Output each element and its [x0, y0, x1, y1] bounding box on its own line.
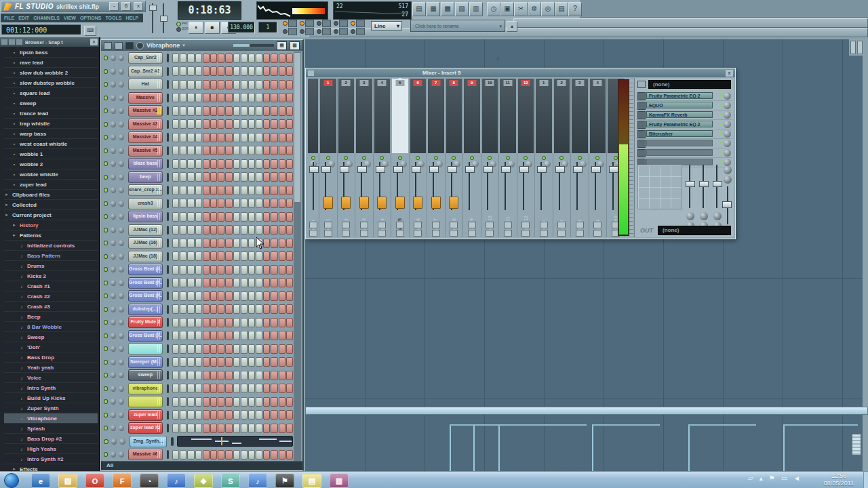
fx-slot-select-button[interactable] [637, 92, 646, 100]
snap-toggle-4[interactable] [334, 20, 349, 26]
rack-swing-icon[interactable] [125, 42, 134, 49]
step-7[interactable] [218, 291, 224, 301]
browser-item-sweep[interactable]: ▪sweep [4, 98, 98, 108]
fx-slot-enable-led[interactable] [719, 94, 722, 97]
step-8[interactable] [225, 424, 232, 433]
hint-combo[interactable]: Click here to rename▾ [410, 20, 505, 32]
step-12[interactable] [256, 106, 262, 116]
browser-item-west-coast-whistle[interactable]: ▪west coast whistle [4, 139, 98, 149]
step-16[interactable] [286, 186, 293, 195]
step-12[interactable] [256, 93, 262, 102]
step-15[interactable] [279, 146, 285, 155]
track-mute-led[interactable] [595, 156, 599, 160]
channel-enable-led[interactable] [104, 281, 108, 285]
step-3[interactable] [187, 93, 194, 102]
step-3[interactable] [187, 450, 194, 460]
mixer-track-insert-4[interactable]: 4Insert 4 [374, 78, 392, 237]
step-6[interactable] [210, 93, 217, 102]
mixer-track-send-1[interactable]: 1Send 1 [535, 78, 553, 237]
menu-options[interactable]: OPTIONS [80, 16, 102, 20]
step-1[interactable] [172, 384, 179, 393]
step-16[interactable] [286, 66, 293, 76]
step-12[interactable] [256, 54, 262, 63]
channel-enable-led[interactable] [104, 373, 108, 378]
step-14[interactable] [271, 199, 277, 208]
step-2[interactable] [180, 146, 186, 155]
internet-explorer-icon[interactable]: e [31, 474, 50, 488]
step-1[interactable] [172, 291, 179, 301]
track-mute-led[interactable] [434, 156, 438, 160]
step-16[interactable] [286, 371, 293, 380]
step-6[interactable] [210, 172, 217, 182]
step-11[interactable] [248, 265, 255, 274]
snap-toggle-7[interactable] [300, 28, 315, 35]
step-1[interactable] [172, 212, 179, 222]
track-link-button[interactable] [593, 230, 601, 237]
step-7[interactable] [218, 251, 224, 261]
track-fader[interactable] [537, 166, 547, 173]
step-15[interactable] [279, 239, 285, 248]
step-6[interactable] [210, 357, 217, 367]
browser-item-wobble-whistle[interactable]: ▪wobble whistle [4, 169, 98, 180]
step-12[interactable] [256, 159, 262, 169]
step-12[interactable] [256, 251, 262, 261]
step-10[interactable] [241, 199, 248, 208]
step-9[interactable] [233, 212, 240, 222]
step-4[interactable] [195, 159, 202, 169]
step-8[interactable] [225, 199, 232, 208]
channel-button-jjmac-16-[interactable]: JJMac (16) [128, 237, 163, 249]
step-1[interactable] [172, 371, 179, 380]
step-12[interactable] [256, 384, 262, 393]
step-12[interactable] [256, 265, 262, 274]
channel-mute-indicator[interactable] [167, 120, 169, 129]
step-3[interactable] [187, 54, 194, 63]
step-8[interactable] [225, 80, 232, 89]
step-7[interactable] [218, 371, 224, 380]
eq-thumb-3[interactable] [713, 181, 722, 187]
track-link-button[interactable] [414, 230, 422, 237]
fx-slot-mix-knob[interactable] [724, 121, 731, 128]
mixer-track-send-2[interactable]: 2Send 2 [553, 78, 572, 237]
step-14[interactable] [271, 450, 277, 460]
step-11[interactable] [248, 239, 255, 248]
step-7[interactable] [218, 119, 224, 129]
step-2[interactable] [180, 278, 186, 287]
fx-slot-enable-led[interactable] [719, 104, 722, 106]
channel-mute-indicator[interactable] [167, 173, 169, 182]
channel-enable-led[interactable] [104, 360, 108, 365]
step-11[interactable] [248, 331, 255, 340]
mixer-menu-icon[interactable] [308, 70, 314, 76]
step-4[interactable] [195, 212, 202, 222]
track-fader[interactable] [429, 166, 439, 173]
channel-pan-knob[interactable] [111, 55, 116, 61]
step-8[interactable] [225, 318, 232, 327]
step-13[interactable] [263, 344, 270, 354]
step-15[interactable] [279, 199, 285, 208]
fx-slot-mix-knob[interactable] [724, 102, 731, 109]
pattern-number-display[interactable]: 1 [258, 22, 277, 33]
step-2[interactable] [180, 424, 186, 433]
fx-slot-6[interactable] [636, 139, 732, 148]
step-10[interactable] [241, 331, 248, 340]
step-14[interactable] [271, 54, 277, 63]
step-11[interactable] [248, 371, 255, 380]
step-16[interactable] [286, 265, 293, 274]
mixer-close-button[interactable]: x [726, 70, 733, 77]
mixer-track-insert-8[interactable]: 8Insert 8 [446, 78, 464, 237]
track-mute-led[interactable] [470, 156, 474, 160]
eq-thumb-1[interactable] [686, 181, 695, 187]
step-6[interactable] [210, 66, 217, 76]
step-4[interactable] [195, 172, 202, 182]
track-fader[interactable] [357, 166, 367, 173]
step-3[interactable] [187, 159, 194, 169]
step-7[interactable] [218, 172, 224, 182]
start-button[interactable] [4, 473, 19, 488]
channel-enable-led[interactable] [104, 148, 108, 153]
browser-item-patterns[interactable]: ▸Patterns [4, 230, 98, 241]
browser-item-bass-drop-2[interactable]: ♪Bass Drop #2 [4, 434, 98, 444]
step-6[interactable] [210, 54, 217, 63]
track-mute-led[interactable] [362, 156, 366, 160]
channel-mute-indicator[interactable] [167, 344, 169, 353]
step-7[interactable] [218, 106, 224, 116]
step-6[interactable] [210, 265, 217, 274]
